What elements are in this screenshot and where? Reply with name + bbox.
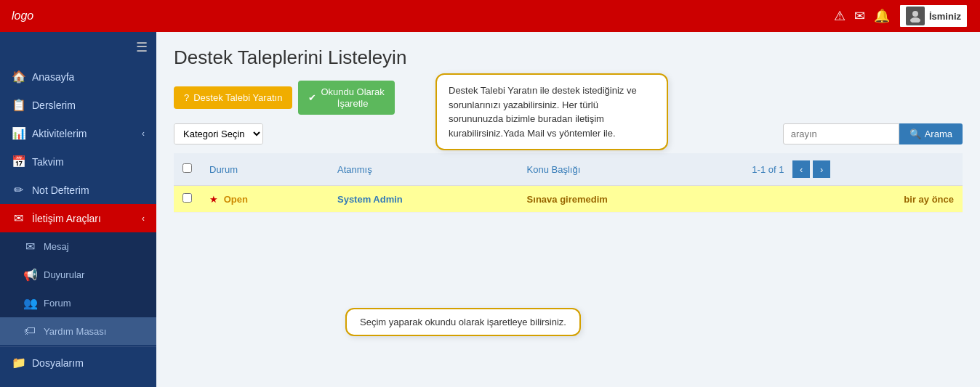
- page-title: Destek Taleplerini Listeleyin: [174, 46, 963, 69]
- help-icon: 🏷: [23, 325, 36, 338]
- pencil-icon: ✏: [12, 183, 25, 197]
- sidebar-sub-label: Yardım Masası: [44, 326, 106, 337]
- header-right: ⚠ ✉ 🔔 İsminiz: [834, 4, 968, 28]
- pagination-cell: 1-1 of 1 ‹ ›: [743, 153, 963, 186]
- forum-icon: 👥: [23, 296, 36, 310]
- row-time: bir ay önce: [743, 186, 963, 213]
- prev-page-button[interactable]: ‹: [792, 160, 810, 178]
- sidebar-item-derslerim[interactable]: 📋 Derslerim: [0, 91, 156, 119]
- chart-icon: 📊: [12, 126, 25, 140]
- top-header: logo ⚠ ✉ 🔔 İsminiz: [0, 0, 980, 32]
- sidebar-sub-label: Duyurular: [44, 269, 84, 280]
- book-icon: 📋: [12, 98, 25, 112]
- row-checkbox-cell: [174, 186, 201, 213]
- row-assigned: System Admin: [329, 186, 518, 213]
- calendar-icon: 📅: [12, 155, 25, 168]
- header-konu: Konu Başlığı: [518, 153, 744, 186]
- select-all-checkbox[interactable]: [182, 163, 192, 173]
- sidebar-sub-forum[interactable]: 👥 Forum: [0, 289, 156, 317]
- sidebar-item-anasayfa[interactable]: 🏠 Anasayfa: [0, 62, 156, 91]
- folder-icon: 📁: [12, 356, 25, 370]
- okundu-button[interactable]: ✔ Okundu Olarakİşaretle: [298, 81, 394, 115]
- sidebar-item-aktivitelerim[interactable]: 📊 Aktivitelerim ‹: [0, 119, 156, 147]
- kategori-select[interactable]: Kategori Seçin: [174, 123, 263, 144]
- sidebar-item-takvim[interactable]: 📅 Takvim: [0, 147, 156, 176]
- star-icon: ★: [209, 194, 218, 205]
- row-status: ★ Open: [201, 186, 329, 213]
- sidebar-divider: [0, 346, 156, 347]
- sidebar-item-iletisim[interactable]: ✉ İletişim Araçları ‹: [0, 204, 156, 232]
- chevron-icon: ‹: [142, 213, 145, 224]
- mail-icon[interactable]: ✉: [854, 8, 865, 24]
- user-badge[interactable]: İsminiz: [899, 4, 968, 28]
- search-group: 🔍 Arama: [783, 123, 963, 144]
- envelope-icon: ✉: [23, 240, 36, 253]
- sidebar-item-label: İletişim Araçları: [32, 213, 101, 224]
- logo: logo: [12, 9, 33, 23]
- sidebar-sub-mesaj[interactable]: ✉ Mesaj: [0, 232, 156, 261]
- next-page-button[interactable]: ›: [813, 160, 830, 178]
- row-checkbox[interactable]: [182, 193, 192, 203]
- avatar: [906, 7, 925, 25]
- check-icon: ✔: [308, 92, 316, 104]
- header-atanmis: Atanmış: [329, 153, 518, 186]
- sidebar-item-not-defterim[interactable]: ✏ Not Defterim: [0, 176, 156, 204]
- username-label: İsminiz: [929, 11, 961, 22]
- sidebar-item-dosyalarim[interactable]: 📁 Dosyalarım: [0, 349, 156, 377]
- sidebar-sub-label: Mesaj: [44, 241, 69, 252]
- content-area: Destek Taleplerini Listeleyin ? Destek T…: [156, 32, 980, 387]
- sidebar-item-label: Derslerim: [32, 99, 76, 111]
- chevron-icon: ‹: [142, 129, 145, 139]
- sidebar-sub-yardim[interactable]: 🏷 Yardım Masası: [0, 317, 156, 345]
- header-checkbox-cell: [174, 153, 201, 186]
- destek-talebi-button[interactable]: ? Destek Talebi Yaratın: [174, 86, 292, 109]
- table-header-row: Durum Atanmış Konu Başlığı 1-1 of 1 ‹ ›: [174, 153, 963, 186]
- search-button[interactable]: 🔍 Arama: [899, 123, 963, 144]
- row-subject: Sınava giremedim: [518, 186, 744, 213]
- pagination-buttons: ‹ ›: [792, 160, 830, 178]
- home-icon: 🏠: [12, 70, 25, 83]
- sidebar-sub-label: Forum: [44, 298, 71, 309]
- support-table: Durum Atanmış Konu Başlığı 1-1 of 1 ‹ ›: [174, 153, 963, 213]
- question-icon: ?: [184, 92, 189, 103]
- table-row: ★ Open System Admin Sınava giremedim bir…: [174, 186, 963, 213]
- sidebar-item-label: Not Defterim: [32, 184, 89, 196]
- alert-icon[interactable]: ⚠: [834, 8, 846, 24]
- megaphone-icon: 📢: [23, 268, 36, 282]
- svg-point-0: [912, 11, 918, 17]
- sidebar-item-label: Takvim: [32, 156, 64, 168]
- svg-point-1: [910, 17, 920, 23]
- pagination-info: 1-1 of 1: [752, 164, 784, 175]
- bottom-tooltip: Seçim yaparak okundu olarak işaretleye b…: [345, 308, 581, 336]
- sidebar-item-label: Dosyalarım: [32, 357, 84, 369]
- sidebar: ☰ 🏠 Anasayfa 📋 Derslerim 📊 Aktivitelerim…: [0, 32, 156, 387]
- bell-icon[interactable]: 🔔: [874, 8, 890, 24]
- kategori-dropdown[interactable]: Kategori Seçin: [174, 124, 262, 144]
- sidebar-item-label: Anasayfa: [32, 71, 74, 83]
- main-layout: ☰ 🏠 Anasayfa 📋 Derslerim 📊 Aktivitelerim…: [0, 32, 980, 387]
- header-durum: Durum: [201, 153, 329, 186]
- sidebar-item-label: Aktivitelerim: [32, 128, 87, 139]
- sidebar-sub-duyurular[interactable]: 📢 Duyurular: [0, 261, 156, 289]
- action-bar: ? Destek Talebi Yaratın ✔ Okundu Olarakİ…: [174, 81, 963, 115]
- mail-sidebar-icon: ✉: [12, 211, 25, 225]
- sidebar-toggle[interactable]: ☰: [0, 32, 156, 62]
- hamburger-icon[interactable]: ☰: [136, 39, 148, 55]
- sidebar-sub-iletisim: ✉ Mesaj 📢 Duyurular 👥 Forum 🏷 Yardım Mas…: [0, 232, 156, 345]
- search-input[interactable]: [783, 123, 899, 144]
- search-icon: 🔍: [909, 129, 921, 139]
- info-tooltip: Destek Talebi Yaratın ile destek istediğ…: [435, 73, 668, 150]
